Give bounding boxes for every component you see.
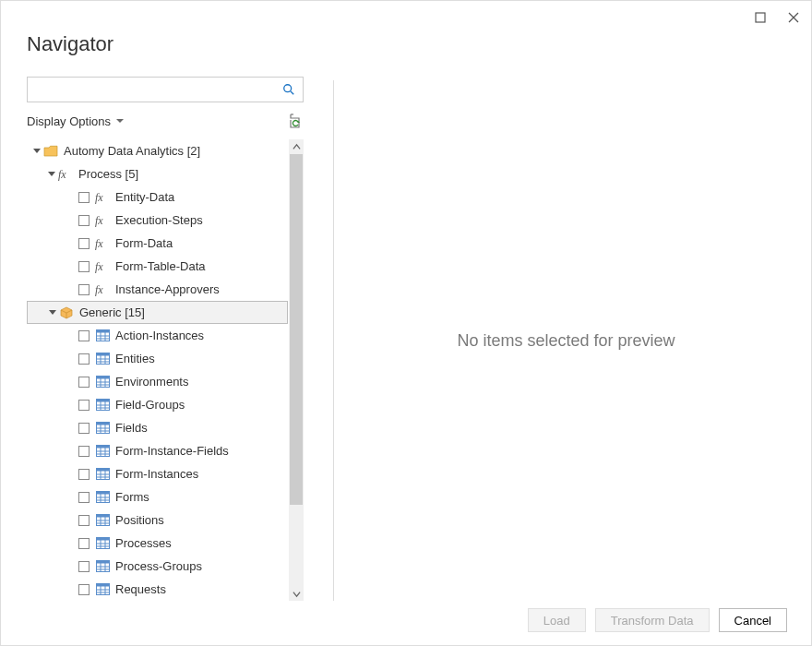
table-icon: [95, 398, 110, 413]
tree-item-label: Form-Instance-Fields: [115, 444, 229, 458]
expand-toggle-icon[interactable]: [48, 310, 57, 315]
tree-item-generic[interactable]: Form-Instance-Fields: [27, 439, 288, 462]
scrollbar-up-icon[interactable]: [289, 139, 304, 154]
tree-item-generic[interactable]: Processes: [27, 532, 288, 555]
svg-rect-33: [96, 423, 109, 425]
tree-item-checkbox[interactable]: [78, 423, 90, 434]
search-box[interactable]: [27, 77, 304, 102]
tree-item-checkbox[interactable]: [78, 515, 90, 526]
scrollbar-thumb[interactable]: [290, 154, 303, 505]
table-icon: [95, 513, 110, 528]
fx-icon: fx: [95, 259, 110, 274]
maximize-icon[interactable]: [754, 11, 767, 24]
tree-item-label: Process-Groups: [115, 559, 202, 573]
transform-data-button[interactable]: Transform Data: [595, 608, 710, 632]
tree-item-generic[interactable]: Requests: [27, 578, 288, 601]
close-icon[interactable]: [787, 11, 800, 24]
dialog-title: Navigator: [1, 32, 811, 56]
tree-item-process[interactable]: fxInstance-Approvers: [27, 278, 288, 301]
search-icon[interactable]: [281, 81, 297, 98]
tree-item-generic[interactable]: Forms: [27, 485, 288, 508]
tree-item-checkbox[interactable]: [78, 238, 90, 249]
tree-root[interactable]: Automy Data Analytics [2]: [27, 139, 288, 162]
tree-item-generic[interactable]: Process-Groups: [27, 555, 288, 578]
tree-item-checkbox[interactable]: [78, 330, 90, 341]
tree-item-generic[interactable]: Fields: [27, 416, 288, 439]
fx-icon: fx: [58, 167, 73, 182]
tree-item-process[interactable]: fxExecution-Steps: [27, 209, 288, 232]
folder-icon: [43, 144, 58, 159]
tree-group-process[interactable]: fxProcess [5]: [27, 162, 288, 185]
tree-item-label: Entities: [115, 352, 155, 365]
table-icon: [95, 536, 110, 551]
tree-item-checkbox[interactable]: [78, 561, 90, 572]
table-icon: [95, 444, 110, 459]
scrollbar-down-icon[interactable]: [289, 586, 304, 601]
table-icon: [95, 559, 110, 574]
search-input[interactable]: [33, 82, 281, 98]
tree-item-checkbox[interactable]: [78, 446, 90, 457]
svg-text:fx: fx: [95, 214, 103, 227]
tree-item-process[interactable]: fxForm-Data: [27, 232, 288, 255]
dialog-button-bar: Load Transform Data Cancel: [528, 608, 787, 632]
tree-item-generic[interactable]: Form-Instances: [27, 462, 288, 485]
table-icon: [95, 375, 110, 389]
tree-item-checkbox[interactable]: [78, 492, 90, 503]
expand-toggle-icon[interactable]: [47, 172, 56, 176]
tree-item-generic[interactable]: Positions: [27, 508, 288, 532]
tree-item-checkbox[interactable]: [78, 353, 90, 365]
fx-icon: fx: [95, 190, 110, 205]
cancel-button[interactable]: Cancel: [719, 608, 787, 632]
navigator-dialog: Navigator Display Options: [0, 0, 812, 646]
navigator-left-pane: Display Options Automy Data Analytics [2…: [27, 77, 322, 601]
tree-item-label: Forms: [115, 490, 149, 504]
tree-item-label: Execution-Steps: [115, 213, 203, 227]
tree-item-label: Environments: [115, 375, 188, 389]
tree-scrollbar[interactable]: [288, 139, 304, 601]
preview-empty-message: No items selected for preview: [457, 331, 675, 351]
tree-item-checkbox[interactable]: [78, 215, 90, 226]
tree-item-checkbox[interactable]: [78, 284, 90, 295]
svg-rect-27: [96, 400, 109, 402]
expand-toggle-icon[interactable]: [32, 149, 42, 153]
tree-item-label: Processes: [115, 536, 172, 550]
window-titlebar: [1, 1, 811, 34]
svg-rect-15: [96, 353, 109, 356]
tree-item-checkbox[interactable]: [78, 538, 90, 549]
tree-item-process[interactable]: fxForm-Table-Data: [27, 255, 288, 278]
svg-rect-63: [96, 538, 109, 541]
fx-icon: fx: [95, 282, 110, 297]
tree-item-checkbox[interactable]: [78, 469, 90, 480]
tree-item-checkbox[interactable]: [78, 400, 90, 411]
table-icon: [95, 582, 110, 597]
navigator-tree[interactable]: Automy Data Analytics [2]fxProcess [5]fx…: [27, 139, 288, 601]
tree-item-generic[interactable]: Action-Instances: [27, 324, 288, 347]
table-icon: [95, 352, 110, 366]
tree-item-label: Form-Data: [115, 236, 173, 250]
display-options-dropdown[interactable]: Display Options: [27, 114, 124, 128]
tree-item-generic[interactable]: Entities: [27, 347, 288, 370]
cube-icon: [59, 305, 74, 320]
table-icon: [95, 421, 110, 436]
tree-item-process[interactable]: fxEntity-Data: [27, 185, 288, 209]
svg-rect-21: [96, 377, 109, 379]
tree-item-checkbox[interactable]: [78, 261, 90, 272]
svg-rect-45: [96, 469, 109, 472]
tree-item-generic[interactable]: Environments: [27, 370, 288, 393]
tree-item-checkbox[interactable]: [78, 192, 90, 203]
tree-item-generic[interactable]: Field-Groups: [27, 393, 288, 416]
load-button[interactable]: Load: [528, 608, 586, 632]
tree-item-label: Process [5]: [78, 167, 138, 181]
fx-icon: fx: [95, 236, 110, 251]
chevron-down-icon: [116, 119, 124, 123]
svg-rect-75: [96, 584, 109, 587]
svg-text:fx: fx: [95, 260, 103, 273]
tree-group-generic[interactable]: Generic [15]: [27, 301, 288, 324]
refresh-icon[interactable]: [287, 113, 304, 129]
tree-item-checkbox[interactable]: [78, 584, 90, 595]
tree-item-label: Automy Data Analytics [2]: [64, 144, 200, 158]
svg-text:fx: fx: [58, 168, 66, 181]
tree-item-label: Requests: [115, 582, 166, 596]
tree-item-checkbox[interactable]: [78, 377, 90, 388]
table-icon: [95, 490, 110, 505]
